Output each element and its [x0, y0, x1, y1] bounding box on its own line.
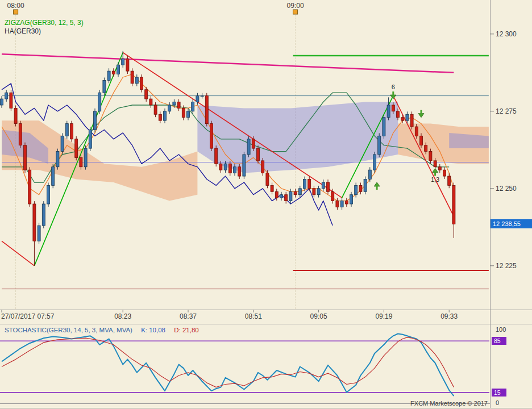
session-marker-icon [14, 10, 18, 14]
main-plot-area[interactable] [0, 16, 490, 310]
legend-zigzag-label[interactable]: ZIGZAG(GER30, 12, 5, 3) [5, 19, 84, 27]
price-axis-label: 12 300 [496, 30, 517, 38]
time-axis-label: 27/07/2017 07:57 [1, 312, 54, 320]
stoch-indicator-label[interactable]: STOCHASTIC(GER30, 14, 5, 3, MVA, MVA) [5, 327, 132, 333]
top-axis-label: 08:00 [3, 2, 28, 10]
time-axis-label: 09:05 [293, 312, 344, 320]
fxcm-watermark: FXCM Marketscope © 2017 [410, 400, 488, 407]
stoch-axis-label: 0 [496, 399, 499, 406]
stoch-axis-label: 100 [496, 326, 506, 333]
stoch-level-label: 85 [492, 337, 506, 345]
chart-canvas[interactable]: 61,3 [0, 0, 532, 409]
last-price-tag: 12 238,55 [491, 219, 532, 228]
price-axis-label: 12 225 [496, 262, 517, 270]
stoch-level-label: 15 [492, 389, 506, 397]
time-axis-label: 08:23 [97, 312, 148, 320]
time-axis-label: 08:51 [228, 312, 279, 320]
price-axis-label: 12 250 [496, 185, 517, 193]
stoch-d-value: D: 21,80 [174, 327, 198, 333]
last-price-value: 12 238,55 [493, 220, 521, 227]
top-axis-label: 09:00 [283, 2, 308, 10]
session-marker-icon [293, 10, 298, 14]
legend-ha-label[interactable]: HA(GER30) [5, 27, 41, 35]
time-axis-label: 09:33 [423, 312, 475, 320]
stoch-k-value: K: 10,08 [141, 327, 165, 333]
fxcm-marketscope-window: 61,3 ZIGZAG(GER30, 12, 5, 3) HA(GER30) 0… [0, 0, 532, 409]
time-axis-label: 08:37 [163, 312, 214, 320]
time-axis-label: 09:19 [358, 312, 409, 320]
stochastic-legend: STOCHASTIC(GER30, 14, 5, 3, MVA, MVA) K:… [5, 327, 206, 333]
stoch-plot-area[interactable] [0, 325, 490, 403]
price-axis-label: 12 275 [496, 107, 517, 115]
